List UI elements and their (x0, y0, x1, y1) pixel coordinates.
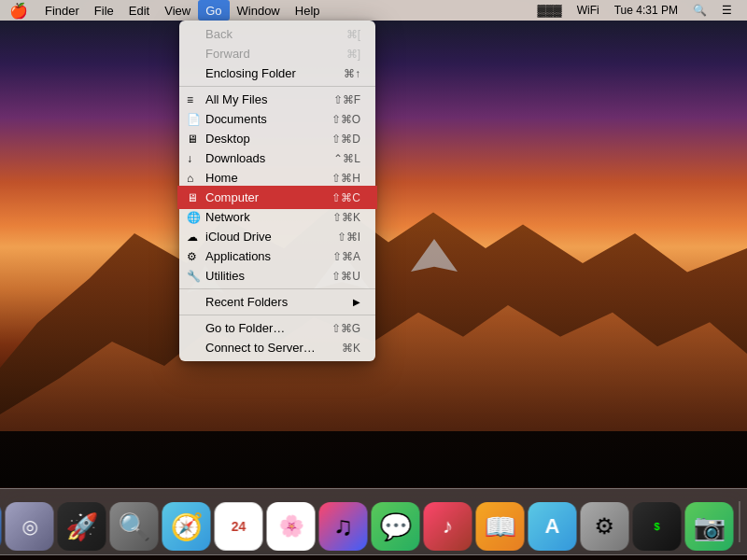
all-my-files-shortcut: ⇧⌘F (333, 93, 360, 106)
desktop: 🍎 Finder File Edit View Go Window Help (0, 0, 747, 560)
go-menu-dropdown: Back ⌘[ Forward ⌘] Enclosing Folder ⌘↑ ≡… (179, 21, 375, 361)
menu-item-enclosing[interactable]: Enclosing Folder ⌘↑ (179, 63, 375, 83)
documents-label: Documents (205, 112, 331, 126)
home-shortcut: ⇧⌘H (331, 172, 360, 185)
dock-facetime[interactable]: 📷 (685, 502, 734, 551)
menu-separator-2 (179, 288, 375, 289)
battery-indicator[interactable]: ▓▓▓ (529, 0, 569, 21)
menu-item-applications[interactable]: ⚙ Applications ⇧⌘A (179, 246, 375, 266)
applications-icon: ⚙ (187, 250, 197, 263)
file-label: File (94, 4, 114, 18)
finder-label: Finder (45, 4, 79, 18)
dock-separator (740, 501, 740, 542)
dock-music[interactable]: ♪ (424, 502, 472, 551)
enclosing-shortcut: ⌘↑ (344, 67, 360, 80)
computer-icon: 🖥 (187, 191, 198, 204)
menu-item-utilities[interactable]: 🔧 Utilities ⇧⌘U (179, 266, 375, 286)
view-label: View (164, 4, 190, 18)
menubar-go[interactable]: Go (198, 0, 229, 21)
menu-item-goto-folder[interactable]: Go to Folder… ⇧⌘G (179, 318, 375, 338)
apple-icon: 🍎 (9, 2, 28, 20)
menubar-file[interactable]: File (87, 0, 121, 21)
menu-item-desktop[interactable]: 🖥 Desktop ⇧⌘D (179, 129, 375, 148)
clock[interactable]: Tue 4:31 PM (607, 0, 685, 21)
dock-appstore[interactable]: A (529, 502, 577, 551)
dock-messages[interactable]: 💬 (372, 502, 420, 551)
dock-sysprefs[interactable]: ⚙ (581, 502, 629, 551)
recent-folders-label: Recent Folders (205, 295, 353, 309)
connect-server-label: Connect to Server… (205, 341, 342, 355)
wifi-indicator[interactable]: WiFi (570, 0, 607, 21)
applications-label: Applications (205, 249, 332, 263)
menubar-edit[interactable]: Edit (121, 0, 157, 21)
network-label: Network (205, 210, 332, 224)
notification-icon: ☰ (722, 4, 732, 17)
back-shortcut: ⌘[ (346, 28, 360, 41)
dock-magnifier[interactable]: 🔍 (110, 502, 159, 551)
connect-server-shortcut: ⌘K (342, 342, 360, 355)
dock-ibooks[interactable]: 📖 (476, 502, 525, 551)
edit-label: Edit (129, 4, 149, 18)
downloads-icon: ↓ (187, 152, 192, 165)
wifi-icon: WiFi (577, 4, 599, 17)
goto-folder-shortcut: ⇧⌘G (331, 322, 360, 335)
menubar-right: ▓▓▓ WiFi Tue 4:31 PM 🔍 ☰ (529, 0, 747, 21)
menu-item-back[interactable]: Back ⌘[ (179, 24, 375, 44)
dock-safari[interactable]: 🧭 (162, 502, 211, 551)
menu-item-icloud[interactable]: ☁ iCloud Drive ⇧⌘I (179, 227, 375, 246)
help-label: Help (295, 4, 320, 18)
battery-icon: ▓▓▓ (537, 4, 561, 17)
dock-finder[interactable]: 🌀 (0, 502, 2, 551)
menu-item-documents[interactable]: 📄 Documents ⇧⌘O (179, 109, 375, 129)
home-icon: ⌂ (187, 172, 193, 185)
icloud-label: iCloud Drive (205, 230, 337, 244)
menu-item-recent-folders[interactable]: Recent Folders (179, 292, 375, 312)
all-my-files-label: All My Files (205, 92, 333, 106)
computer-label: Computer (205, 190, 331, 204)
all-my-files-icon: ≡ (187, 93, 193, 106)
go-label: Go (205, 4, 221, 18)
documents-icon: 📄 (187, 113, 201, 126)
menubar-left: 🍎 Finder File Edit View Go Window Help (0, 0, 529, 21)
goto-folder-label: Go to Folder… (205, 321, 331, 335)
home-label: Home (205, 171, 331, 185)
network-icon: 🌐 (187, 211, 201, 224)
dock-photos[interactable]: 🌸 (267, 502, 316, 551)
computer-shortcut: ⇧⌘C (331, 191, 360, 204)
desktop-shortcut: ⇧⌘D (331, 133, 360, 146)
menubar-view[interactable]: View (157, 0, 198, 21)
search-icon: 🔍 (693, 4, 707, 17)
menu-item-home[interactable]: ⌂ Home ⇧⌘H (179, 168, 375, 188)
icloud-icon: ☁ (187, 231, 198, 244)
menu-item-downloads[interactable]: ↓ Downloads ⌃⌘L (179, 148, 375, 168)
menu-item-computer[interactable]: 🖥 Computer ⇧⌘C (179, 188, 375, 207)
menubar: 🍎 Finder File Edit View Go Window Help (0, 0, 747, 21)
enclosing-label: Enclosing Folder (205, 66, 344, 80)
menu-item-forward[interactable]: Forward ⌘] (179, 44, 375, 63)
dock-siri[interactable]: ◎ (6, 502, 54, 551)
desktop-icon: 🖥 (187, 133, 198, 146)
search-button[interactable]: 🔍 (685, 0, 714, 21)
menubar-help[interactable]: Help (288, 0, 328, 21)
ground (0, 431, 747, 487)
apple-menu[interactable]: 🍎 (0, 0, 37, 21)
menu-separator-1 (179, 86, 375, 87)
back-label: Back (205, 27, 346, 41)
menubar-window[interactable]: Window (230, 0, 288, 21)
network-shortcut: ⇧⌘K (332, 211, 360, 224)
utilities-label: Utilities (205, 269, 331, 283)
dock: 🌀 ◎ 🚀 🔍 🧭 24 🌸 ♫ 💬 ♪ 📖 A ⚙ $ 📷 🗑 (0, 488, 747, 555)
menu-item-connect-server[interactable]: Connect to Server… ⌘K (179, 338, 375, 357)
notification-center[interactable]: ☰ (714, 0, 740, 21)
dock-calendar[interactable]: 24 (215, 502, 263, 551)
dock-terminal[interactable]: $ (633, 502, 682, 551)
dock-launchpad[interactable]: 🚀 (58, 502, 106, 551)
menubar-finder[interactable]: Finder (37, 0, 87, 21)
desktop-label: Desktop (205, 132, 331, 146)
menu-item-all-my-files[interactable]: ≡ All My Files ⇧⌘F (179, 90, 375, 109)
dock-itunes[interactable]: ♫ (319, 502, 368, 551)
menu-item-network[interactable]: 🌐 Network ⇧⌘K (179, 207, 375, 227)
window-label: Window (237, 4, 280, 18)
snow-patch-2 (411, 239, 458, 272)
downloads-label: Downloads (205, 151, 333, 165)
